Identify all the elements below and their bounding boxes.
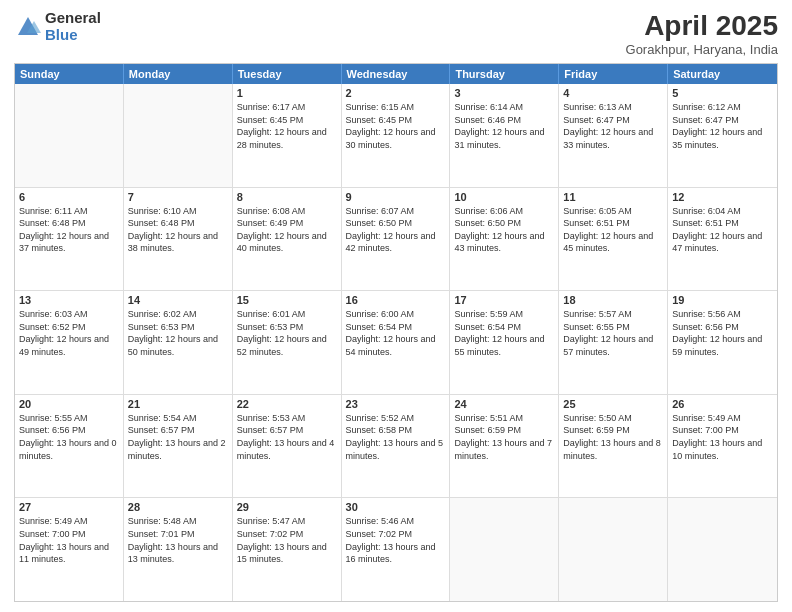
day-info: Sunrise: 6:14 AM Sunset: 6:46 PM Dayligh… [454,101,554,151]
day-number: 9 [346,191,446,203]
day-number: 14 [128,294,228,306]
empty-cell [559,498,668,601]
day-info: Sunrise: 5:55 AM Sunset: 6:56 PM Dayligh… [19,412,119,462]
day-number: 19 [672,294,773,306]
empty-cell [124,84,233,187]
day-info: Sunrise: 6:03 AM Sunset: 6:52 PM Dayligh… [19,308,119,358]
calendar: SundayMondayTuesdayWednesdayThursdayFrid… [14,63,778,602]
day-number: 28 [128,501,228,513]
day-info: Sunrise: 6:17 AM Sunset: 6:45 PM Dayligh… [237,101,337,151]
day-number: 29 [237,501,337,513]
day-info: Sunrise: 6:04 AM Sunset: 6:51 PM Dayligh… [672,205,773,255]
day-info: Sunrise: 6:00 AM Sunset: 6:54 PM Dayligh… [346,308,446,358]
header-day-sunday: Sunday [15,64,124,84]
week-row-5: 27Sunrise: 5:49 AM Sunset: 7:00 PM Dayli… [15,498,777,601]
calendar-header-row: SundayMondayTuesdayWednesdayThursdayFrid… [15,64,777,84]
day-number: 15 [237,294,337,306]
day-cell-9: 9Sunrise: 6:07 AM Sunset: 6:50 PM Daylig… [342,188,451,291]
day-cell-10: 10Sunrise: 6:06 AM Sunset: 6:50 PM Dayli… [450,188,559,291]
day-info: Sunrise: 5:46 AM Sunset: 7:02 PM Dayligh… [346,515,446,565]
day-number: 11 [563,191,663,203]
logo-icon [14,13,42,41]
day-info: Sunrise: 6:05 AM Sunset: 6:51 PM Dayligh… [563,205,663,255]
day-info: Sunrise: 6:12 AM Sunset: 6:47 PM Dayligh… [672,101,773,151]
day-cell-4: 4Sunrise: 6:13 AM Sunset: 6:47 PM Daylig… [559,84,668,187]
day-cell-20: 20Sunrise: 5:55 AM Sunset: 6:56 PM Dayli… [15,395,124,498]
week-row-4: 20Sunrise: 5:55 AM Sunset: 6:56 PM Dayli… [15,395,777,499]
empty-cell [15,84,124,187]
day-cell-15: 15Sunrise: 6:01 AM Sunset: 6:53 PM Dayli… [233,291,342,394]
day-number: 18 [563,294,663,306]
header-day-saturday: Saturday [668,64,777,84]
logo: General Blue [14,10,101,43]
header-day-tuesday: Tuesday [233,64,342,84]
calendar-subtitle: Gorakhpur, Haryana, India [626,42,778,57]
day-info: Sunrise: 5:53 AM Sunset: 6:57 PM Dayligh… [237,412,337,462]
logo-general-text: General [45,10,101,27]
day-cell-21: 21Sunrise: 5:54 AM Sunset: 6:57 PM Dayli… [124,395,233,498]
week-row-2: 6Sunrise: 6:11 AM Sunset: 6:48 PM Daylig… [15,188,777,292]
header-day-friday: Friday [559,64,668,84]
day-cell-3: 3Sunrise: 6:14 AM Sunset: 6:46 PM Daylig… [450,84,559,187]
day-info: Sunrise: 5:49 AM Sunset: 7:00 PM Dayligh… [672,412,773,462]
day-info: Sunrise: 6:11 AM Sunset: 6:48 PM Dayligh… [19,205,119,255]
day-cell-17: 17Sunrise: 5:59 AM Sunset: 6:54 PM Dayli… [450,291,559,394]
day-cell-19: 19Sunrise: 5:56 AM Sunset: 6:56 PM Dayli… [668,291,777,394]
day-info: Sunrise: 5:50 AM Sunset: 6:59 PM Dayligh… [563,412,663,462]
day-cell-11: 11Sunrise: 6:05 AM Sunset: 6:51 PM Dayli… [559,188,668,291]
day-number: 23 [346,398,446,410]
day-info: Sunrise: 5:57 AM Sunset: 6:55 PM Dayligh… [563,308,663,358]
day-info: Sunrise: 6:13 AM Sunset: 6:47 PM Dayligh… [563,101,663,151]
day-info: Sunrise: 5:48 AM Sunset: 7:01 PM Dayligh… [128,515,228,565]
day-number: 26 [672,398,773,410]
day-cell-1: 1Sunrise: 6:17 AM Sunset: 6:45 PM Daylig… [233,84,342,187]
day-cell-12: 12Sunrise: 6:04 AM Sunset: 6:51 PM Dayli… [668,188,777,291]
day-cell-29: 29Sunrise: 5:47 AM Sunset: 7:02 PM Dayli… [233,498,342,601]
day-info: Sunrise: 6:06 AM Sunset: 6:50 PM Dayligh… [454,205,554,255]
empty-cell [668,498,777,601]
day-info: Sunrise: 6:10 AM Sunset: 6:48 PM Dayligh… [128,205,228,255]
day-number: 24 [454,398,554,410]
week-row-1: 1Sunrise: 6:17 AM Sunset: 6:45 PM Daylig… [15,84,777,188]
day-number: 20 [19,398,119,410]
day-cell-14: 14Sunrise: 6:02 AM Sunset: 6:53 PM Dayli… [124,291,233,394]
day-info: Sunrise: 5:54 AM Sunset: 6:57 PM Dayligh… [128,412,228,462]
day-cell-25: 25Sunrise: 5:50 AM Sunset: 6:59 PM Dayli… [559,395,668,498]
day-cell-16: 16Sunrise: 6:00 AM Sunset: 6:54 PM Dayli… [342,291,451,394]
day-cell-5: 5Sunrise: 6:12 AM Sunset: 6:47 PM Daylig… [668,84,777,187]
day-number: 7 [128,191,228,203]
day-info: Sunrise: 6:07 AM Sunset: 6:50 PM Dayligh… [346,205,446,255]
day-number: 4 [563,87,663,99]
empty-cell [450,498,559,601]
header-day-monday: Monday [124,64,233,84]
day-info: Sunrise: 5:49 AM Sunset: 7:00 PM Dayligh… [19,515,119,565]
day-number: 3 [454,87,554,99]
day-cell-30: 30Sunrise: 5:46 AM Sunset: 7:02 PM Dayli… [342,498,451,601]
calendar-title: April 2025 [626,10,778,42]
day-number: 10 [454,191,554,203]
day-info: Sunrise: 6:15 AM Sunset: 6:45 PM Dayligh… [346,101,446,151]
day-info: Sunrise: 5:59 AM Sunset: 6:54 PM Dayligh… [454,308,554,358]
day-number: 25 [563,398,663,410]
day-cell-6: 6Sunrise: 6:11 AM Sunset: 6:48 PM Daylig… [15,188,124,291]
day-cell-28: 28Sunrise: 5:48 AM Sunset: 7:01 PM Dayli… [124,498,233,601]
header-day-wednesday: Wednesday [342,64,451,84]
day-number: 27 [19,501,119,513]
day-cell-23: 23Sunrise: 5:52 AM Sunset: 6:58 PM Dayli… [342,395,451,498]
day-number: 6 [19,191,119,203]
day-info: Sunrise: 6:02 AM Sunset: 6:53 PM Dayligh… [128,308,228,358]
day-cell-2: 2Sunrise: 6:15 AM Sunset: 6:45 PM Daylig… [342,84,451,187]
day-info: Sunrise: 5:56 AM Sunset: 6:56 PM Dayligh… [672,308,773,358]
header-day-thursday: Thursday [450,64,559,84]
day-cell-24: 24Sunrise: 5:51 AM Sunset: 6:59 PM Dayli… [450,395,559,498]
day-info: Sunrise: 6:08 AM Sunset: 6:49 PM Dayligh… [237,205,337,255]
day-number: 16 [346,294,446,306]
day-number: 2 [346,87,446,99]
day-cell-26: 26Sunrise: 5:49 AM Sunset: 7:00 PM Dayli… [668,395,777,498]
calendar-body: 1Sunrise: 6:17 AM Sunset: 6:45 PM Daylig… [15,84,777,601]
day-number: 21 [128,398,228,410]
logo-blue-text: Blue [45,27,101,44]
day-cell-8: 8Sunrise: 6:08 AM Sunset: 6:49 PM Daylig… [233,188,342,291]
day-cell-27: 27Sunrise: 5:49 AM Sunset: 7:00 PM Dayli… [15,498,124,601]
day-number: 1 [237,87,337,99]
